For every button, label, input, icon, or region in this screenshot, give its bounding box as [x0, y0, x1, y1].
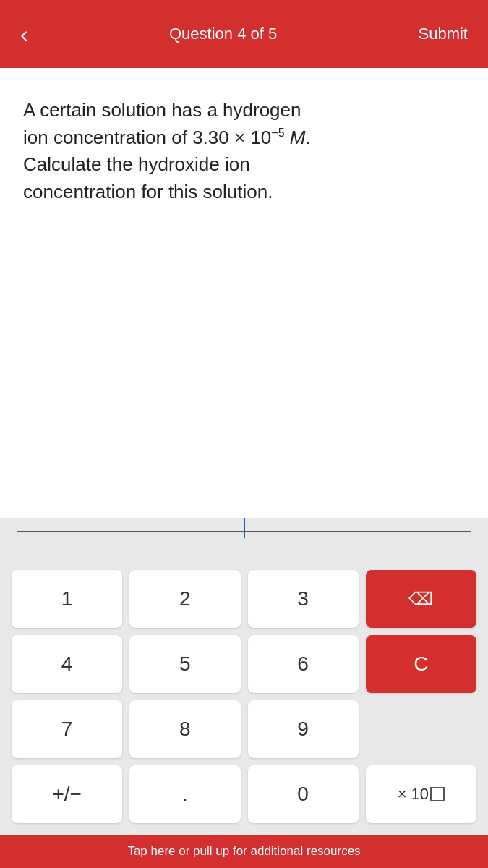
key-6[interactable]: 6	[248, 635, 359, 693]
x10-exponent-box	[430, 787, 445, 801]
key-1[interactable]: 1	[12, 570, 122, 628]
key-5[interactable]: 5	[129, 635, 240, 693]
key-9[interactable]: 9	[248, 700, 359, 758]
question-area: A certain solution has a hydrogen ion co…	[0, 68, 488, 221]
answer-display	[0, 518, 488, 561]
backspace-icon: ⌫	[408, 589, 433, 609]
key-0[interactable]: 0	[248, 765, 359, 823]
key-plus-minus[interactable]: +/−	[12, 765, 122, 823]
text-cursor	[244, 518, 245, 538]
bottom-bar[interactable]: Tap here or pull up for additional resou…	[0, 835, 488, 868]
calculator-section: 1 2 3 ⌫ 4 5 6 C 7 8 9 +/− . 0 × 10	[0, 518, 488, 835]
key-4[interactable]: 4	[12, 635, 122, 693]
key-7[interactable]: 7	[12, 700, 122, 758]
bottom-bar-text: Tap here or pull up for additional resou…	[127, 844, 360, 859]
key-3[interactable]: 3	[248, 570, 359, 628]
submit-button[interactable]: Submit	[419, 25, 468, 43]
key-8[interactable]: 8	[129, 700, 240, 758]
key-2[interactable]: 2	[129, 570, 240, 628]
key-x10[interactable]: × 10	[366, 765, 476, 823]
key-clear[interactable]: C	[366, 635, 476, 693]
key-backspace[interactable]: ⌫	[366, 570, 476, 628]
keypad: 1 2 3 ⌫ 4 5 6 C 7 8 9 +/− . 0 × 10	[0, 561, 488, 835]
question-text: A certain solution has a hydrogen ion co…	[23, 97, 465, 206]
back-button[interactable]: ‹	[20, 22, 28, 46]
question-progress: Question 4 of 5	[169, 25, 277, 43]
answer-line	[17, 531, 471, 532]
header: ‹ Question 4 of 5 Submit	[0, 0, 488, 68]
key-decimal[interactable]: .	[129, 765, 240, 823]
